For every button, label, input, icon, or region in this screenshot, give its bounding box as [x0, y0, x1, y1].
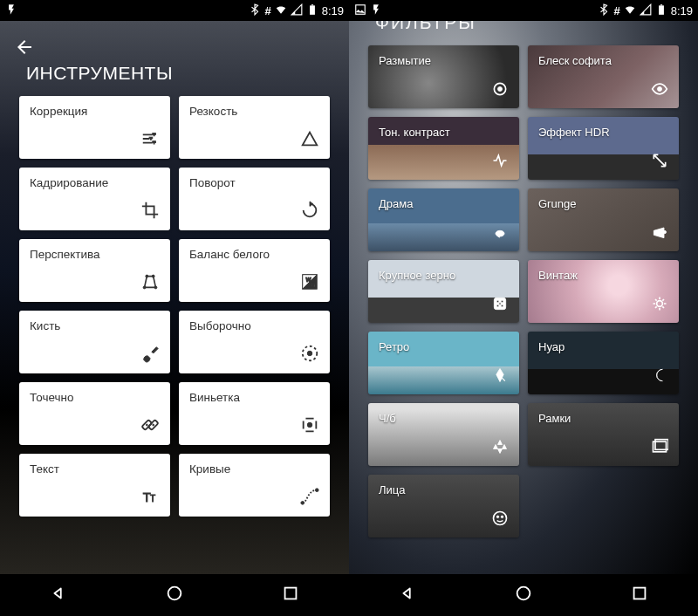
filter-label: Grunge — [538, 197, 668, 210]
retro-icon — [491, 366, 509, 387]
section-title-tools: ИНСТРУМЕНТЫ — [26, 63, 335, 84]
drama-icon — [491, 223, 509, 244]
flash-icon — [5, 3, 17, 18]
back-button[interactable] — [14, 37, 35, 58]
filter-noir[interactable]: Нуар — [528, 332, 679, 394]
tool-details[interactable]: Резкость — [179, 96, 330, 159]
status-bar: # 8:19 — [0, 0, 349, 21]
grunge-icon — [651, 223, 668, 244]
filter-bw[interactable]: Ч/б — [368, 403, 519, 466]
filter-vintage[interactable]: Винтаж — [528, 260, 679, 323]
filter-label: Блеск софита — [538, 54, 668, 67]
svg-rect-5 — [659, 5, 664, 14]
filter-tonal[interactable]: Тон. контраст — [368, 117, 519, 180]
filter-label: Лица — [379, 483, 509, 496]
curves-icon — [300, 487, 319, 510]
faces-icon — [491, 510, 509, 530]
tool-curves[interactable]: Кривые — [179, 454, 330, 517]
wifi-icon — [624, 3, 636, 18]
tool-label: Точечно — [30, 391, 160, 404]
signal-icon — [291, 3, 303, 18]
svg-rect-6 — [660, 4, 662, 5]
bluetooth-icon — [598, 3, 610, 18]
nav-recent[interactable] — [281, 584, 300, 606]
tools-grid: КоррекцияРезкостьКадрированиеПоворотПерс… — [14, 96, 335, 517]
nav-back[interactable] — [49, 584, 68, 606]
filter-label: Драма — [379, 197, 509, 210]
filter-glamour[interactable]: Блеск софита — [528, 45, 679, 108]
filter-label: Ретро — [379, 340, 509, 353]
bw-icon — [491, 438, 509, 459]
nav-back[interactable] — [398, 584, 417, 606]
tool-brush[interactable]: Кисть — [19, 311, 170, 373]
nav-home[interactable] — [165, 584, 184, 606]
tool-label: Резкость — [189, 105, 319, 118]
filter-frames[interactable]: Рамки — [528, 403, 679, 466]
tool-label: Кривые — [189, 462, 319, 476]
tool-label: Баланс белого — [189, 248, 319, 261]
wifi-icon — [275, 3, 287, 18]
nav-bar — [0, 574, 349, 616]
filter-grunge[interactable]: Grunge — [528, 188, 679, 251]
tool-white-balance[interactable]: Баланс белого — [179, 239, 330, 302]
tool-healing[interactable]: Точечно — [19, 382, 170, 445]
filter-drama[interactable]: Драма — [368, 188, 519, 251]
tonal-icon — [491, 152, 509, 173]
vignette-icon — [300, 415, 319, 438]
filter-label: Рамки — [538, 412, 668, 425]
nav-recent[interactable] — [630, 584, 649, 606]
image-icon — [354, 3, 366, 18]
filter-faces[interactable]: Лица — [368, 475, 519, 537]
tool-label: Поворот — [189, 176, 319, 189]
selective-icon — [300, 344, 319, 366]
tool-perspective[interactable]: Перспектива — [19, 239, 170, 302]
frames-icon — [651, 438, 668, 459]
filter-label: Размытие — [379, 54, 509, 67]
battery-icon — [306, 3, 318, 18]
svg-rect-3 — [285, 588, 297, 599]
tool-label: Коррекция — [30, 105, 160, 118]
filter-grain[interactable]: Крупное зерно — [368, 260, 519, 323]
filter-blur[interactable]: Размытие — [368, 45, 519, 108]
hash-icon: # — [613, 4, 619, 17]
phone-right: # 8:19 ФИЛЬТРЫ РазмытиеБлеск софитаТон. … — [349, 0, 698, 616]
tool-label: Виньетка — [189, 391, 319, 404]
filter-label: Крупное зерно — [379, 269, 509, 282]
tool-text[interactable]: Текст — [19, 454, 170, 517]
tool-label: Кадрирование — [30, 176, 160, 189]
filters-grid: РазмытиеБлеск софитаТон. контрастЭффект … — [363, 45, 684, 537]
nav-bar — [349, 574, 698, 616]
tool-vignette[interactable]: Виньетка — [179, 382, 330, 445]
nav-home[interactable] — [514, 584, 533, 606]
svg-rect-0 — [310, 5, 315, 14]
healing-icon — [140, 415, 160, 438]
svg-rect-1 — [311, 4, 313, 5]
tool-label: Выборочно — [189, 319, 319, 332]
tool-selective[interactable]: Выборочно — [179, 311, 330, 373]
details-icon — [300, 129, 319, 152]
bluetooth-icon — [249, 3, 261, 18]
section-title-filters: ФИЛЬТРЫ — [375, 21, 684, 33]
filter-label: Тон. контраст — [379, 126, 509, 139]
filter-retro[interactable]: Ретро — [368, 332, 519, 394]
filter-label: Ч/б — [379, 412, 509, 425]
perspective-icon — [140, 272, 160, 295]
tool-label: Текст — [30, 462, 160, 476]
blur-icon — [491, 80, 509, 101]
tool-crop[interactable]: Кадрирование — [19, 168, 170, 230]
hash-icon: # — [264, 4, 270, 17]
svg-point-2 — [168, 587, 181, 600]
battery-icon — [655, 3, 667, 18]
vintage-icon — [651, 295, 668, 316]
glamour-icon — [651, 80, 668, 101]
flash-icon — [370, 3, 382, 18]
filter-label: Эффект HDR — [538, 126, 668, 139]
white-balance-icon — [300, 272, 319, 295]
rotate-icon — [300, 201, 319, 223]
brush-icon — [140, 344, 160, 366]
tool-tune[interactable]: Коррекция — [19, 96, 170, 159]
grain-icon — [491, 295, 509, 316]
filter-hdr[interactable]: Эффект HDR — [528, 117, 679, 180]
svg-rect-8 — [634, 588, 646, 599]
tool-rotate[interactable]: Поворот — [179, 168, 330, 230]
